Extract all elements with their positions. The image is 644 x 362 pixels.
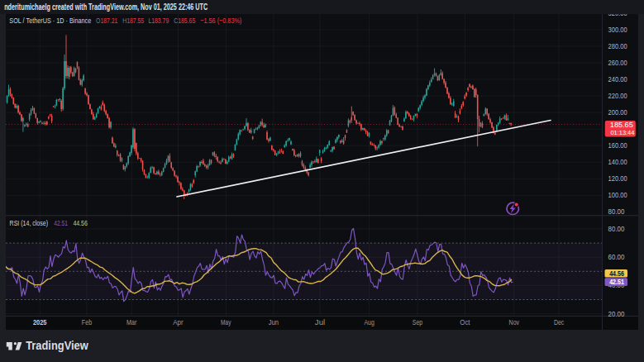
svg-text:Mar: Mar [126, 318, 136, 326]
svg-text:Jun: Jun [269, 318, 279, 326]
svg-text:160.00: 160.00 [608, 141, 627, 150]
svg-text:Jul: Jul [315, 318, 325, 326]
svg-text:Sep: Sep [413, 318, 422, 326]
svg-text:80.00: 80.00 [608, 225, 625, 233]
svg-text:TradingView: TradingView [26, 339, 88, 352]
svg-text:260.00: 260.00 [608, 59, 627, 67]
svg-text:42.51: 42.51 [609, 278, 624, 286]
svg-text:L183.79: L183.79 [148, 16, 169, 25]
svg-text:2025: 2025 [33, 318, 47, 326]
svg-text:300.00: 300.00 [608, 26, 627, 34]
svg-text:SOL / TetherUS · 1D · Binance: SOL / TetherUS · 1D · Binance [9, 16, 91, 25]
svg-text:Dec: Dec [554, 318, 565, 326]
svg-text:80.00: 80.00 [608, 207, 625, 216]
svg-text:42.51: 42.51 [54, 218, 68, 227]
svg-text:60.00: 60.00 [608, 253, 625, 261]
svg-text:280.00: 280.00 [608, 42, 627, 50]
svg-text:120.00: 120.00 [608, 174, 627, 183]
svg-text:185.65: 185.65 [610, 121, 633, 129]
svg-text:Apr: Apr [173, 318, 183, 326]
svg-text:200.00: 200.00 [608, 108, 627, 117]
svg-text:100.00: 100.00 [608, 191, 627, 199]
svg-text:01:13:44: 01:13:44 [610, 129, 635, 136]
svg-text:Oct: Oct [460, 318, 470, 326]
svg-text:C185.65: C185.65 [174, 16, 195, 25]
svg-text:H187.55: H187.55 [122, 16, 144, 25]
svg-text:−1.56 (−0.83%): −1.56 (−0.83%) [200, 16, 241, 25]
svg-text:44.56: 44.56 [73, 218, 87, 227]
svg-text:O187.21: O187.21 [96, 16, 117, 25]
svg-text:140.00: 140.00 [608, 158, 627, 166]
svg-text:220.00: 220.00 [608, 92, 627, 100]
svg-text:Feb: Feb [82, 318, 92, 326]
svg-text:Aug: Aug [364, 318, 374, 326]
svg-text:RSI (14, close): RSI (14, close) [10, 218, 48, 227]
svg-text:Nov: Nov [509, 318, 520, 326]
svg-text:20.00: 20.00 [608, 310, 625, 318]
svg-text:nderitumichaelg created with T: nderitumichaelg created with TradingView… [4, 2, 208, 12]
svg-text:44.56: 44.56 [609, 269, 624, 278]
svg-text:May: May [221, 318, 231, 326]
svg-text:240.00: 240.00 [608, 75, 627, 83]
